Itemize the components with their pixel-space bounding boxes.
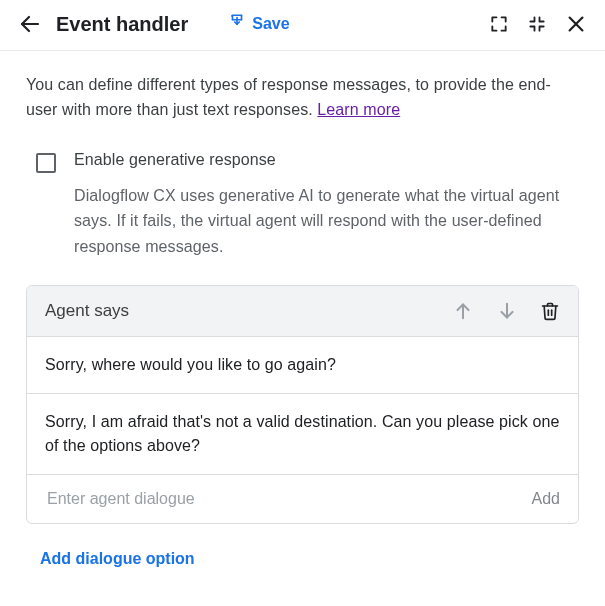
agent-dialogue-input-row: Add xyxy=(27,475,578,523)
agent-says-title: Agent says xyxy=(45,301,452,321)
generative-response-section: Enable generative response Dialogflow CX… xyxy=(26,151,579,260)
intro-text: You can define different types of respon… xyxy=(26,73,579,123)
panel-title: Event handler xyxy=(56,13,188,36)
agent-says-card: Agent says Sorry, where would you like t… xyxy=(26,285,579,524)
back-arrow-icon[interactable] xyxy=(18,12,42,36)
generative-description: Dialogflow CX uses generative AI to gene… xyxy=(74,183,579,260)
learn-more-link[interactable]: Learn more xyxy=(317,101,400,118)
add-response-button[interactable]: Add xyxy=(520,490,560,508)
panel-header: Event handler Save xyxy=(0,0,605,51)
fullscreen-exit-icon[interactable] xyxy=(527,14,547,34)
agent-response-row[interactable]: Sorry, where would you like to go again? xyxy=(27,337,578,394)
intro-text-body: You can define different types of respon… xyxy=(26,76,551,118)
agent-says-header: Agent says xyxy=(27,286,578,337)
enable-generative-checkbox[interactable] xyxy=(36,153,56,173)
fullscreen-icon[interactable] xyxy=(489,14,509,34)
move-up-icon[interactable] xyxy=(452,300,474,322)
save-label: Save xyxy=(252,15,289,33)
panel-body: You can define different types of respon… xyxy=(0,51,605,588)
delete-icon[interactable] xyxy=(540,301,560,321)
save-icon xyxy=(228,13,246,35)
agent-dialogue-input[interactable] xyxy=(45,489,520,509)
enable-generative-label: Enable generative response xyxy=(74,151,579,169)
save-button[interactable]: Save xyxy=(228,13,289,35)
add-dialogue-option-button[interactable]: Add dialogue option xyxy=(40,550,579,568)
move-down-icon[interactable] xyxy=(496,300,518,322)
agent-response-row[interactable]: Sorry, I am afraid that's not a valid de… xyxy=(27,394,578,475)
close-icon[interactable] xyxy=(565,13,587,35)
